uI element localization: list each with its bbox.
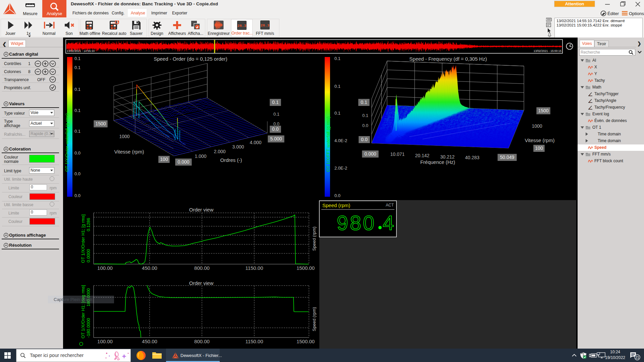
- svg-text:2.0E-2: 2.0E-2: [334, 166, 347, 171]
- svg-text:ACT: ACT: [386, 203, 394, 207]
- svg-text:1500: 1500: [95, 121, 106, 126]
- svg-text:Speed (rpm): Speed (rpm): [322, 202, 350, 208]
- svg-text:0.1: 0.1: [362, 113, 368, 118]
- svg-text:4: 4: [383, 212, 394, 234]
- svg-text:0.0: 0.0: [361, 137, 368, 142]
- svg-text:OT 1/X/Order H1; [deg rms]: OT 1/X/Order H1; [deg rms]: [80, 285, 86, 338]
- svg-text:1000: 1000: [532, 123, 542, 129]
- svg-text:1500.00: 1500.00: [297, 265, 315, 271]
- svg-text:0.0: 0.0: [334, 193, 340, 198]
- svg-text:100.00: 100.00: [97, 265, 113, 271]
- svg-text:Fréquence (Hz): Fréquence (Hz): [420, 159, 455, 165]
- svg-text:Vitesse (rpm): Vitesse (rpm): [525, 137, 555, 143]
- svg-text:0.0: 0.0: [74, 193, 80, 198]
- svg-text:20.142: 20.142: [415, 153, 430, 158]
- svg-text:731: 731: [112, 22, 115, 24]
- svg-text:0.0000: 0.0000: [86, 249, 91, 262]
- svg-text:Order view: Order view: [189, 280, 214, 286]
- svg-text:13/02/2021 - 14:55:10: 13/02/2021 - 14:55:10: [67, 49, 95, 53]
- svg-text:-180.0000: -180.0000: [86, 318, 91, 338]
- svg-text:0.000: 0.000: [364, 151, 376, 157]
- svg-text:0.1: 0.1: [74, 87, 80, 92]
- svg-text:26.3: 26.3: [261, 23, 270, 27]
- svg-text:0.1: 0.1: [361, 100, 367, 105]
- svg-text:0.0: 0.0: [362, 123, 368, 128]
- svg-text:800.00: 800.00: [194, 339, 210, 344]
- svg-text:0.1286: 0.1286: [86, 218, 91, 231]
- svg-text:OT 1/X/Order H1; [g rms]: OT 1/X/Order H1; [g rms]: [80, 215, 86, 263]
- svg-text:0.1: 0.1: [334, 111, 340, 116]
- svg-text:Ordres (-): Ordres (-): [220, 157, 242, 163]
- svg-text:OT 1/X/Order waterfall (g rms): OT 1/X/Order waterfall (g rms): [64, 113, 69, 172]
- svg-text:8: 8: [350, 212, 361, 234]
- svg-text:2.000: 2.000: [214, 149, 225, 154]
- svg-text:Speed - Frequency (df = 0,305: Speed - Frequency (df = 0,305 Hz): [409, 56, 487, 62]
- svg-text:0.1: 0.1: [74, 65, 80, 70]
- svg-text:21: 21: [635, 355, 639, 359]
- svg-text:0: 0: [363, 212, 374, 234]
- svg-text:0.1: 0.1: [273, 112, 279, 117]
- svg-text:1500: 1500: [538, 108, 548, 113]
- svg-text:1150.00: 1150.00: [245, 339, 263, 344]
- svg-text:30.212: 30.212: [440, 154, 455, 160]
- svg-text:0.1: 0.1: [74, 129, 80, 134]
- svg-text:9: 9: [337, 212, 348, 234]
- svg-text:Vitesse (rpm): Vitesse (rpm): [114, 149, 144, 155]
- svg-text:13/02/2021 - 15:00:15: 13/02/2021 - 15:00:15: [534, 49, 561, 53]
- svg-text:0.1: 0.1: [334, 84, 340, 89]
- svg-text:0.0: 0.0: [74, 171, 80, 176]
- svg-text:10.071: 10.071: [390, 152, 405, 157]
- svg-text:1150.00: 1150.00: [245, 265, 263, 271]
- svg-text:Speed - Order (do = 0,125 orde: Speed - Order (do = 0,125 order): [154, 56, 227, 62]
- svg-text:26.3: 26.3: [237, 24, 247, 28]
- svg-text:1000: 1000: [119, 134, 129, 139]
- svg-text:50.049: 50.049: [500, 155, 515, 160]
- svg-text:4.0E-2: 4.0E-2: [334, 138, 347, 143]
- svg-text:100: 100: [160, 157, 168, 162]
- svg-text:0.1: 0.1: [272, 100, 279, 105]
- svg-text:1.000: 1.000: [195, 154, 206, 159]
- svg-text:450.00: 450.00: [142, 265, 157, 271]
- svg-text:Order view: Order view: [189, 207, 214, 213]
- svg-text:Speed (rpm): Speed (rpm): [312, 227, 317, 251]
- svg-text:100: 100: [535, 145, 543, 151]
- svg-text:40.283: 40.283: [465, 155, 480, 160]
- svg-text:800.00: 800.00: [194, 265, 210, 271]
- svg-text:3.000: 3.000: [232, 144, 244, 149]
- svg-text:OT 1/X/FFT waterfall (g rms): OT 1/X/FFT waterfall (g rms): [326, 117, 331, 172]
- svg-text:731: 731: [88, 22, 91, 24]
- svg-text:0.000: 0.000: [177, 159, 189, 165]
- svg-text:0.0: 0.0: [74, 150, 80, 156]
- svg-text:450.00: 450.00: [142, 339, 157, 344]
- svg-text:0.0: 0.0: [273, 121, 279, 126]
- svg-text:Speed (rpm): Speed (rpm): [312, 307, 317, 331]
- svg-text:5.000: 5.000: [270, 136, 282, 141]
- svg-text:0.0: 0.0: [272, 126, 279, 132]
- svg-text:1500.00: 1500.00: [297, 339, 315, 344]
- svg-text:0.1: 0.1: [334, 56, 340, 61]
- svg-text:0.1: 0.1: [74, 56, 80, 61]
- svg-text:100.00: 100.00: [97, 339, 113, 344]
- svg-text:0.1: 0.1: [74, 108, 80, 113]
- svg-text:4.000: 4.000: [250, 140, 261, 145]
